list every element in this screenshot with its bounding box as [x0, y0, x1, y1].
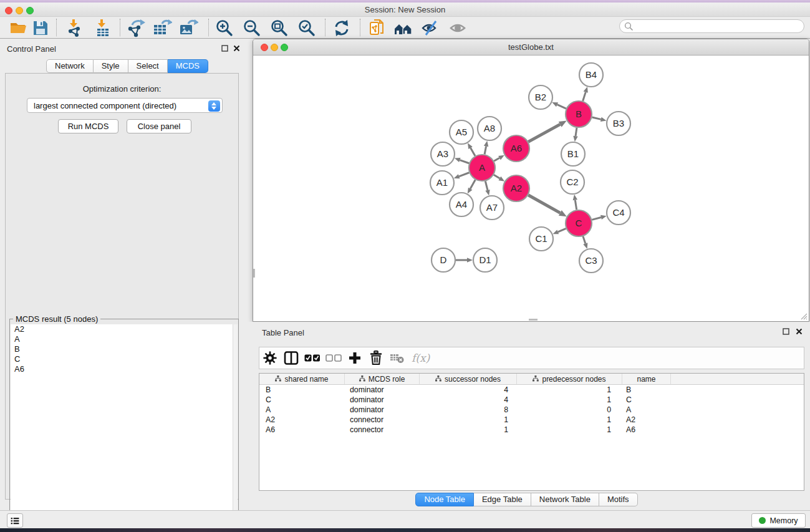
- column-header-shared-name[interactable]: shared name: [259, 374, 345, 384]
- graph-node-A3[interactable]: A3: [431, 142, 455, 166]
- network-graph[interactable]: AA1A3A5A8A4A7A6A2BB2B4B3B1CC2C4C1C3DD1: [253, 56, 809, 321]
- graph-edge-B-B4[interactable]: [583, 87, 588, 101]
- float-table-panel-icon[interactable]: [781, 327, 790, 336]
- close-table-panel-icon[interactable]: [794, 327, 803, 336]
- close-panel-button[interactable]: Close panel: [127, 119, 191, 133]
- table-tab-motifs[interactable]: Motifs: [599, 493, 638, 506]
- search-field[interactable]: [619, 19, 804, 33]
- column-header-name[interactable]: name: [622, 374, 671, 384]
- graph-edge-C-C1[interactable]: [552, 228, 566, 234]
- task-history-button[interactable]: [7, 513, 23, 528]
- graph-node-A[interactable]: A: [469, 155, 495, 181]
- result-item[interactable]: B: [11, 344, 233, 354]
- graph-edge-A-A4[interactable]: [468, 180, 475, 193]
- graph-edge-A-A3[interactable]: [455, 158, 469, 163]
- graph-node-A2[interactable]: A2: [503, 175, 529, 201]
- clone-network-icon[interactable]: [367, 18, 387, 38]
- tab-mcds[interactable]: MCDS: [168, 59, 208, 73]
- graph-edge-A2-C[interactable]: [528, 195, 567, 217]
- graph-edge-A-A5[interactable]: [468, 143, 475, 156]
- graph-node-B3[interactable]: B3: [607, 112, 630, 135]
- graph-edge-A-A6[interactable]: [494, 155, 504, 161]
- refresh-icon[interactable]: [332, 18, 352, 38]
- graph-node-C1[interactable]: C1: [529, 227, 553, 251]
- resize-grip-icon[interactable]: [800, 312, 808, 320]
- graph-node-A4[interactable]: A4: [450, 193, 473, 216]
- graph-node-A6[interactable]: A6: [503, 135, 529, 162]
- deselect-all-icon[interactable]: [323, 354, 344, 362]
- graph-node-C4[interactable]: C4: [607, 201, 630, 225]
- hide-panels-icon[interactable]: [420, 18, 440, 38]
- optimization-criterion-select[interactable]: largest connected component (directed): [27, 98, 223, 113]
- graph-edge-A6-B[interactable]: [528, 121, 566, 142]
- table-tab-node-table[interactable]: Node Table: [415, 493, 474, 506]
- table-tab-network-table[interactable]: Network Table: [531, 493, 599, 506]
- import-network-icon[interactable]: [65, 18, 85, 38]
- import-table-icon[interactable]: [93, 18, 113, 38]
- graph-edge-C-C3[interactable]: [583, 236, 587, 249]
- save-session-icon[interactable]: [31, 18, 51, 38]
- export-network-icon[interactable]: [126, 18, 146, 38]
- table-row[interactable]: Cdominator41C: [259, 395, 804, 405]
- graph-node-A5[interactable]: A5: [450, 120, 473, 144]
- export-table-icon[interactable]: [152, 18, 172, 38]
- result-item[interactable]: A2: [11, 324, 233, 334]
- network-window-titlebar[interactable]: testGlobe.txt: [253, 39, 809, 56]
- graph-node-D[interactable]: D: [432, 248, 455, 272]
- open-file-icon[interactable]: [9, 18, 29, 38]
- zoom-network-light[interactable]: [281, 44, 288, 51]
- mcds-result-list[interactable]: A2ABCA6: [11, 324, 233, 532]
- graph-edge-B-B2[interactable]: [552, 102, 566, 109]
- graph-edge-C-C2[interactable]: [573, 195, 577, 210]
- delete-table-icon[interactable]: [387, 352, 408, 364]
- result-item[interactable]: A6: [11, 364, 233, 374]
- graph-node-A7[interactable]: A7: [480, 196, 504, 220]
- close-window-light[interactable]: [5, 7, 12, 14]
- table-row[interactable]: A2connector11A2: [259, 415, 804, 425]
- add-column-icon[interactable]: [344, 351, 365, 365]
- function-builder-icon[interactable]: f(x): [408, 352, 430, 364]
- zoom-out-icon[interactable]: [242, 18, 262, 38]
- run-mcds-button[interactable]: Run MCDS: [58, 119, 118, 133]
- canvas-scroll-indicator-left[interactable]: [253, 269, 255, 278]
- memory-button[interactable]: Memory: [751, 513, 806, 528]
- tab-style[interactable]: Style: [94, 59, 128, 73]
- table-row[interactable]: Bdominator41B: [259, 385, 804, 395]
- zoom-selected-icon[interactable]: [297, 18, 317, 38]
- search-input[interactable]: [636, 21, 798, 32]
- graph-node-B1[interactable]: B1: [561, 142, 585, 166]
- delete-column-icon[interactable]: [365, 351, 387, 365]
- graph-node-C2[interactable]: C2: [561, 170, 584, 194]
- graph-edge-B-B3[interactable]: [592, 117, 606, 122]
- column-header-successor-nodes[interactable]: successor nodes: [420, 374, 517, 384]
- table-row[interactable]: Adominator80A: [259, 405, 804, 415]
- graph-node-C3[interactable]: C3: [579, 249, 603, 273]
- minimize-window-light[interactable]: [16, 7, 23, 14]
- show-panel-icon[interactable]: [448, 18, 468, 38]
- graph-node-A8[interactable]: A8: [478, 117, 501, 140]
- graph-node-B2[interactable]: B2: [529, 85, 552, 109]
- zoom-fit-icon[interactable]: [269, 18, 289, 38]
- column-header-mcds-role[interactable]: MCDS role: [345, 374, 420, 384]
- column-header-predecessor-nodes[interactable]: predecessor nodes: [517, 374, 622, 384]
- canvas-scroll-indicator-bottom[interactable]: [529, 319, 538, 321]
- graph-node-A1[interactable]: A1: [430, 171, 454, 195]
- zoom-in-icon[interactable]: [215, 18, 234, 38]
- table-row[interactable]: A6connector11A6: [259, 425, 804, 435]
- minimize-network-light[interactable]: [271, 44, 278, 51]
- column-settings-gear-icon[interactable]: [259, 351, 281, 365]
- close-panel-icon[interactable]: [232, 44, 241, 52]
- network-canvas[interactable]: AA1A3A5A8A4A7A6A2BB2B4B3B1CC2C4C1C3DD1: [253, 56, 809, 321]
- graph-node-C[interactable]: C: [566, 210, 592, 236]
- table-tab-edge-table[interactable]: Edge Table: [474, 493, 531, 506]
- graph-node-B4[interactable]: B4: [579, 63, 603, 87]
- show-columns-icon[interactable]: [281, 351, 302, 365]
- tab-select[interactable]: Select: [128, 59, 168, 73]
- graph-edge-A-A7[interactable]: [485, 181, 489, 195]
- result-item[interactable]: C: [11, 354, 233, 364]
- result-item[interactable]: A: [11, 334, 233, 344]
- graph-edge-A-A8[interactable]: [484, 141, 488, 155]
- graph-node-B[interactable]: B: [566, 101, 592, 127]
- tab-network[interactable]: Network: [46, 59, 94, 73]
- float-panel-icon[interactable]: [220, 44, 229, 52]
